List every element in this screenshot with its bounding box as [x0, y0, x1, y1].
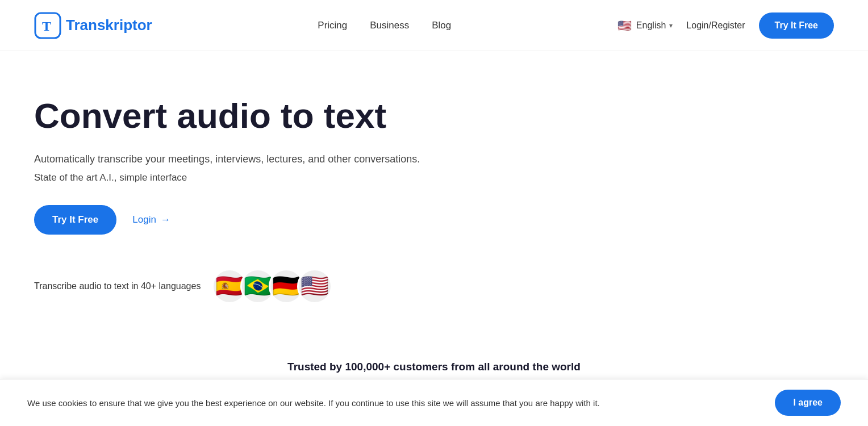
languages-text: Transcribe audio to text in 40+ language… — [34, 281, 201, 291]
trusted-section: Trusted by 100,000+ customers from all a… — [0, 338, 868, 373]
hero-login-link[interactable]: Login → — [132, 214, 170, 225]
languages-row: Transcribe audio to text in 40+ language… — [34, 269, 420, 304]
language-label: English — [636, 20, 666, 31]
svg-text:T: T — [42, 19, 51, 34]
cookie-text: We use cookies to ensure that we give yo… — [27, 398, 752, 408]
hero-tagline: State of the art A.I., simple interface — [34, 172, 420, 183]
arrow-right-icon: → — [161, 214, 170, 225]
logo-text: Transkriptor — [66, 16, 152, 34]
nav-link-blog[interactable]: Blog — [432, 20, 451, 31]
flag-icon: 🇺🇸 — [617, 18, 633, 34]
navbar: T Transkriptor Pricing Business Blog 🇺🇸 … — [0, 0, 868, 51]
nav-link-business[interactable]: Business — [370, 20, 409, 31]
hero-title: Convert audio to text — [34, 97, 420, 135]
hero-subtitle: Automatically transcribe your meetings, … — [34, 151, 420, 168]
logo[interactable]: T Transkriptor — [34, 12, 152, 39]
hero-section: Convert audio to text Automatically tran… — [0, 51, 454, 338]
logo-icon: T — [34, 12, 61, 39]
nav-link-pricing[interactable]: Pricing — [318, 20, 347, 31]
flag-usa: 🇺🇸 — [297, 269, 332, 304]
hero-try-free-button[interactable]: Try It Free — [34, 205, 116, 235]
hero-buttons: Try It Free Login → — [34, 205, 420, 235]
chevron-down-icon: ▾ — [669, 22, 673, 30]
nav-links: Pricing Business Blog — [318, 20, 451, 31]
trusted-text: Trusted by 100,000+ customers from all a… — [287, 361, 581, 373]
nav-try-free-button[interactable]: Try It Free — [759, 12, 834, 39]
hero-login-label: Login — [132, 214, 156, 225]
nav-right: 🇺🇸 English ▾ Login/Register Try It Free — [617, 12, 834, 39]
cookie-banner: We use cookies to ensure that we give yo… — [0, 379, 868, 426]
login-register-link[interactable]: Login/Register — [686, 20, 745, 31]
flag-circles: 🇪🇸 🇧🇷 🇩🇪 🇺🇸 — [212, 269, 332, 304]
language-selector[interactable]: 🇺🇸 English ▾ — [617, 18, 673, 34]
cookie-agree-button[interactable]: I agree — [775, 390, 841, 416]
